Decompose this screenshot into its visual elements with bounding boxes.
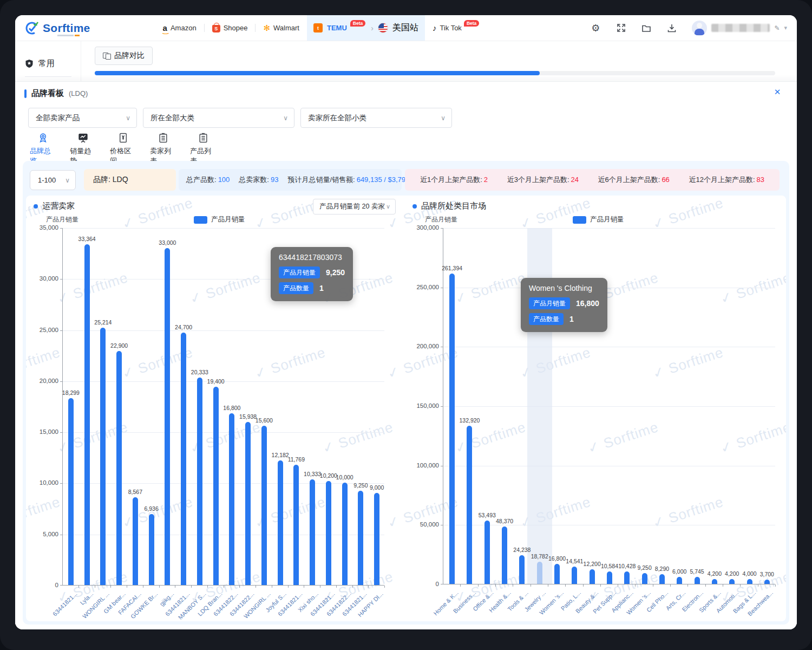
horizontal-scrollbar-thumb[interactable]: [95, 71, 540, 75]
x-tick-mark: [478, 584, 479, 587]
legend-right[interactable]: 产品月销量: [573, 215, 624, 224]
bar[interactable]: [229, 413, 234, 585]
y-tick-label: 0: [407, 581, 439, 587]
y-tick-label: 15,000: [26, 428, 58, 435]
bar-value-label: 16,800: [548, 555, 566, 562]
bar[interactable]: [554, 564, 560, 584]
nav-amazon[interactable]: a Amazon: [155, 15, 204, 41]
y-tick-mark: [60, 330, 62, 331]
bar[interactable]: [467, 426, 472, 584]
x-tick-mark: [495, 584, 496, 587]
bar-value-label: 8,290: [655, 566, 669, 572]
bar[interactable]: [729, 579, 735, 584]
bar[interactable]: [695, 577, 700, 584]
bar-value-label: 19,400: [207, 378, 225, 385]
bar[interactable]: [197, 378, 202, 585]
filter-select-seller-products[interactable]: 全部卖家产品 ∨: [28, 108, 137, 128]
tiktok-icon: ♪: [433, 23, 437, 32]
filter-select-sub-category[interactable]: 卖家所在全部小类 ∨: [300, 108, 452, 128]
tooltip-value: 9,250: [326, 268, 345, 277]
nav-walmart-label: Walmart: [273, 24, 299, 32]
nav-temu-active[interactable]: t TEMU Beta › 美国站: [307, 15, 425, 41]
bar[interactable]: [245, 422, 251, 585]
tab-brand-compare[interactable]: 品牌对比: [95, 47, 153, 65]
range-select[interactable]: 1-100 ∨: [30, 170, 76, 190]
bar[interactable]: [519, 555, 525, 584]
chart-tooltip-category: Women 's Clothing 产品月销量 16,800 产品数量 1: [521, 278, 607, 332]
nav-tiktok-label: Tik Tok: [440, 24, 461, 32]
nav-walmart[interactable]: ✻ Walmart: [256, 15, 306, 41]
bar[interactable]: [181, 333, 186, 585]
bar[interactable]: [293, 465, 299, 585]
y-tick-label: 50,000: [407, 521, 439, 528]
legend-left[interactable]: 产品月销量: [194, 215, 245, 224]
x-tick-mark: [272, 586, 272, 588]
nav-shopee[interactable]: S Shopee: [205, 15, 256, 41]
bar[interactable]: [310, 479, 315, 585]
bar[interactable]: [374, 493, 379, 585]
sorftime-logo[interactable]: Sorftime: [25, 21, 90, 35]
y-tick-mark: [60, 228, 62, 229]
bar-value-label: 9,250: [353, 482, 368, 489]
bar[interactable]: [342, 483, 348, 585]
x-tick-mark: [352, 586, 353, 588]
bar[interactable]: [449, 274, 455, 584]
bar[interactable]: [502, 526, 507, 584]
bar[interactable]: [84, 244, 90, 585]
bar[interactable]: [624, 571, 630, 584]
bar[interactable]: [677, 577, 682, 584]
tooltip-metric-pill: 产品月销量: [279, 266, 320, 278]
download-icon[interactable]: [666, 23, 677, 34]
settings-gear-icon[interactable]: ⚙: [590, 23, 601, 34]
watermark-text: ✓ Sorftime: [120, 196, 195, 233]
bar[interactable]: [642, 573, 647, 584]
bar[interactable]: [484, 521, 490, 584]
x-tick-mark: [224, 586, 224, 588]
compare-icon: [103, 53, 110, 59]
bar-value-label: 9,250: [637, 564, 651, 571]
brand-dashboard-panel: 品牌看板 (LDQ) ✕ 全部卖家产品 ∨ 所在全部大类 ∨ 卖家所在全部小类 …: [15, 81, 797, 629]
bar[interactable]: [261, 426, 267, 585]
bar[interactable]: [659, 574, 665, 584]
clipboard-list-icon: [158, 133, 168, 143]
tooltip-metric-pill: 产品数量: [279, 282, 313, 294]
bar-value-label: 33,364: [78, 236, 96, 242]
top-sellers-select[interactable]: 产品月销量前 20 卖家 ∨: [313, 199, 396, 214]
bullet-dot-icon: [412, 204, 417, 209]
bar[interactable]: [116, 351, 122, 585]
bar[interactable]: [747, 579, 752, 584]
x-tick-mark: [191, 586, 192, 588]
bar[interactable]: [326, 481, 331, 585]
bar[interactable]: [133, 497, 138, 585]
user-menu[interactable]: ✎ ▾: [692, 21, 787, 36]
bar[interactable]: [165, 248, 170, 585]
bar[interactable]: [100, 328, 106, 585]
bar[interactable]: [607, 571, 612, 584]
y-tick-mark: [60, 483, 62, 484]
us-flag-icon: [378, 23, 388, 33]
bar-value-label: 10,200: [320, 472, 337, 479]
bar[interactable]: [764, 580, 770, 584]
bar[interactable]: [68, 398, 74, 585]
filter-select-main-category[interactable]: 所在全部大类 ∨: [143, 108, 294, 128]
horizontal-scrollbar-track[interactable]: [95, 71, 775, 75]
close-icon[interactable]: ✕: [772, 87, 782, 97]
sidebar-item-favorites[interactable]: 常用: [25, 58, 81, 69]
chart-tooltip-seller: 634418217803073 产品月销量 9,250 产品数量 1: [271, 247, 353, 301]
x-tick-mark: [384, 586, 385, 588]
bar[interactable]: [572, 567, 577, 584]
fullscreen-icon[interactable]: [615, 23, 626, 34]
bar[interactable]: [149, 514, 154, 585]
nav-region-label[interactable]: 美国站: [392, 22, 418, 34]
folder-icon[interactable]: [641, 23, 652, 34]
x-tick-mark: [618, 584, 618, 587]
bar[interactable]: [590, 569, 595, 584]
title-accent-bar: [24, 89, 27, 98]
x-tick-mark: [670, 584, 671, 587]
nav-tiktok[interactable]: ♪ Tik Tok Beta: [425, 15, 488, 41]
bar[interactable]: [213, 387, 219, 585]
bar[interactable]: [278, 460, 283, 585]
bar[interactable]: [358, 491, 363, 585]
bar[interactable]: [712, 579, 717, 584]
x-tick-mark: [304, 586, 304, 588]
